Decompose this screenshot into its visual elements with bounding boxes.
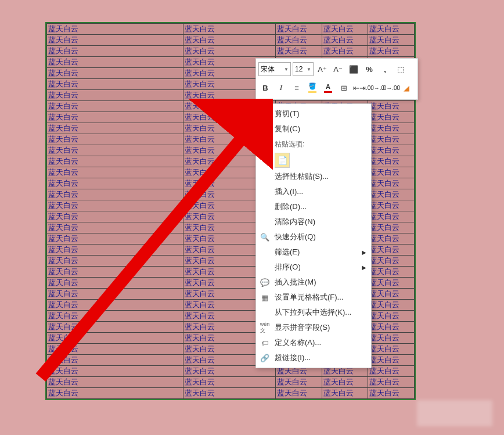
cell[interactable]: 蓝天白云 [47, 311, 183, 322]
cell[interactable]: 蓝天白云 [275, 24, 322, 35]
font-size-select[interactable]: 12▼ [293, 62, 314, 76]
cell[interactable]: 蓝天白云 [47, 355, 183, 366]
menu-show-pinyin[interactable]: wén文 显示拼音字段(S) [256, 320, 371, 335]
cell[interactable]: 蓝天白云 [322, 46, 368, 57]
cell[interactable]: 蓝天白云 [47, 134, 183, 145]
fill-color-button[interactable]: 🪣 [305, 81, 319, 95]
cell[interactable]: 蓝天白云 [368, 333, 415, 344]
cell[interactable]: 蓝天白云 [368, 145, 415, 156]
cell[interactable]: 蓝天白云 [368, 278, 415, 289]
cell[interactable]: 蓝天白云 [47, 101, 183, 112]
italic-button[interactable]: I [274, 81, 288, 95]
cell[interactable]: 蓝天白云 [322, 35, 368, 46]
cell[interactable]: 蓝天白云 [47, 278, 183, 289]
cell[interactable]: 蓝天白云 [47, 200, 183, 211]
menu-format-cells[interactable]: ▦ 设置单元格格式(F)... [256, 290, 371, 305]
cell[interactable]: 蓝天白云 [47, 35, 183, 46]
format-painter-button[interactable]: ⬚ [394, 62, 408, 76]
cell[interactable]: 蓝天白云 [47, 156, 183, 167]
cell[interactable]: 蓝天白云 [368, 256, 415, 267]
increase-decimal-button[interactable]: .0→.00 [384, 81, 398, 95]
cell[interactable]: 蓝天白云 [183, 35, 276, 46]
comma-style-button[interactable]: , [378, 62, 392, 76]
cell[interactable]: 蓝天白云 [368, 46, 415, 57]
cell[interactable]: 蓝天白云 [368, 377, 415, 388]
cell[interactable]: 蓝天白云 [368, 200, 415, 211]
menu-paste-special[interactable]: 选择性粘贴(S)... [256, 169, 371, 184]
percent-button[interactable]: % [362, 62, 376, 76]
cell[interactable]: 蓝天白云 [368, 112, 415, 123]
cell[interactable]: 蓝天白云 [47, 267, 183, 278]
cell[interactable]: 蓝天白云 [47, 256, 183, 267]
cell[interactable]: 蓝天白云 [47, 145, 183, 156]
cell[interactable]: 蓝天白云 [47, 333, 183, 344]
cell[interactable]: 蓝天白云 [47, 123, 183, 134]
cell[interactable]: 蓝天白云 [47, 377, 183, 388]
decrease-decimal-button[interactable]: .00→.0 [368, 81, 382, 95]
font-name-select[interactable]: 宋体▼ [258, 62, 291, 76]
cell[interactable]: 蓝天白云 [368, 300, 415, 311]
menu-clear-contents[interactable]: 清除内容(N) [256, 214, 371, 229]
cell[interactable]: 蓝天白云 [47, 189, 183, 200]
cell[interactable]: 蓝天白云 [275, 377, 322, 388]
cell[interactable]: 蓝天白云 [47, 57, 183, 68]
menu-insert[interactable]: 插入(I)... [256, 184, 371, 199]
cell[interactable]: 蓝天白云 [368, 123, 415, 134]
cell[interactable]: 蓝天白云 [183, 377, 276, 388]
cell[interactable]: 蓝天白云 [183, 46, 276, 57]
cell[interactable]: 蓝天白云 [47, 68, 183, 79]
clear-format-button[interactable]: ◢ [399, 81, 413, 95]
cell[interactable]: 蓝天白云 [47, 245, 183, 256]
cell[interactable]: 蓝天白云 [368, 366, 415, 377]
cell[interactable]: 蓝天白云 [368, 101, 415, 112]
cell[interactable]: 蓝天白云 [368, 35, 415, 46]
cell[interactable]: 蓝天白云 [368, 167, 415, 178]
cell[interactable]: 蓝天白云 [47, 344, 183, 355]
menu-insert-comment[interactable]: 💬 插入批注(M) [256, 275, 371, 290]
cell[interactable]: 蓝天白云 [368, 178, 415, 189]
cell[interactable]: 蓝天白云 [368, 311, 415, 322]
menu-quick-analysis[interactable]: 🔍 快速分析(Q) [256, 229, 371, 245]
cell[interactable]: 蓝天白云 [322, 377, 368, 388]
cell[interactable]: 蓝天白云 [368, 388, 415, 399]
accounting-format-button[interactable]: ⬛ [347, 62, 361, 76]
menu-delete[interactable]: 删除(D)... [256, 199, 371, 214]
cell[interactable]: 蓝天白云 [47, 233, 183, 245]
cell[interactable]: 蓝天白云 [368, 211, 415, 222]
cell[interactable]: 蓝天白云 [368, 222, 415, 233]
menu-define-name[interactable]: 🏷 定义名称(A)... [256, 335, 371, 350]
cell[interactable]: 蓝天白云 [368, 233, 415, 245]
cell[interactable]: 蓝天白云 [47, 289, 183, 300]
cell[interactable]: 蓝天白云 [368, 289, 415, 300]
cell[interactable]: 蓝天白云 [47, 90, 183, 101]
cell[interactable]: 蓝天白云 [275, 35, 322, 46]
cell[interactable]: 蓝天白云 [368, 134, 415, 145]
cell[interactable]: 蓝天白云 [47, 46, 183, 57]
menu-copy[interactable]: ⎘ 复制(C) [256, 121, 371, 136]
menu-pick-from-dropdown[interactable]: 从下拉列表中选择(K)... [256, 305, 371, 320]
borders-button[interactable]: ⊞ [337, 81, 351, 95]
cell[interactable]: 蓝天白云 [183, 388, 276, 399]
cell[interactable]: 蓝天白云 [47, 322, 183, 333]
merge-button[interactable]: ⇤⇥ [352, 81, 366, 95]
cell[interactable]: 蓝天白云 [47, 300, 183, 311]
font-color-button[interactable]: A [321, 81, 335, 95]
cell[interactable]: 蓝天白云 [368, 322, 415, 333]
cell[interactable]: 蓝天白云 [47, 112, 183, 123]
cell[interactable]: 蓝天白云 [368, 156, 415, 167]
cell[interactable]: 蓝天白云 [47, 24, 183, 35]
cell[interactable]: 蓝天白云 [368, 189, 415, 200]
cell[interactable]: 蓝天白云 [368, 344, 415, 355]
cell[interactable]: 蓝天白云 [47, 366, 183, 377]
bold-button[interactable]: B [258, 81, 272, 95]
cell[interactable]: 蓝天白云 [47, 222, 183, 233]
menu-filter[interactable]: 筛选(E)▶ [256, 245, 371, 260]
cell[interactable]: 蓝天白云 [47, 167, 183, 178]
align-button[interactable]: ≡ [290, 81, 304, 95]
cell[interactable]: 蓝天白云 [368, 267, 415, 278]
cell[interactable]: 蓝天白云 [47, 79, 183, 90]
menu-sort[interactable]: 排序(O)▶ [256, 260, 371, 275]
menu-cut[interactable]: ✂ 剪切(T) [256, 106, 371, 121]
cell[interactable]: 蓝天白云 [368, 245, 415, 256]
cell[interactable]: 蓝天白云 [368, 24, 415, 35]
